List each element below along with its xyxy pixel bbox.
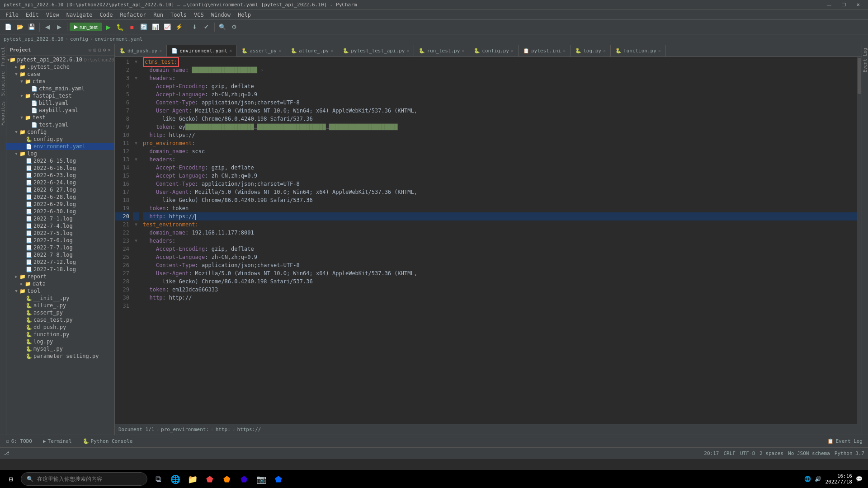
minimize-button[interactable]: — — [823, 0, 835, 9]
close-button[interactable]: ✕ — [852, 0, 864, 9]
app-red[interactable]: ⬟ — [202, 471, 218, 487]
tab-pytest-test-api[interactable]: 🐍 pytest_test_api.py × — [338, 45, 414, 56]
tree-item-log-folder[interactable]: ▼ 📁 log — [6, 150, 114, 157]
structure-tab[interactable]: Structure — [0, 69, 6, 99]
tree-item-log-15[interactable]: 📃2022-7-12.log — [6, 258, 114, 266]
menu-file[interactable]: File — [2, 11, 22, 19]
new-file-button[interactable]: 📄 — [3, 22, 14, 33]
tree-item-tool[interactable]: ▼ 📁 tool — [6, 287, 114, 295]
tree-item-param[interactable]: 🐍parameter_setting.py — [6, 352, 114, 360]
tab-terminal[interactable]: ▶ Terminal — [38, 436, 76, 446]
tree-item-log-2[interactable]: 📃2022-6-16.log — [6, 164, 114, 172]
volume-icon[interactable]: 🔊 — [815, 476, 821, 482]
tree-item-log-9[interactable]: 📃2022-7-1.log — [6, 215, 114, 222]
expand-all-icon[interactable]: ⊞ — [94, 47, 97, 53]
tab-environment-yaml[interactable]: 📄 environment.yaml × — [167, 45, 237, 56]
stop-button[interactable]: ■ — [127, 22, 137, 33]
menu-edit[interactable]: Edit — [22, 11, 42, 19]
tree-item-log-11[interactable]: 📃2022-7-5.log — [6, 230, 114, 237]
menu-vcs[interactable]: VCS — [190, 11, 208, 19]
tab-log-py[interactable]: 🐍 log.py × — [571, 45, 611, 56]
editor-content[interactable]: 1 2 3 4 5 6 7 8 9 10 11 12 13 14 15 16 1… — [115, 57, 862, 424]
menu-help[interactable]: Help — [234, 11, 255, 19]
fold-btn-21[interactable]: ▼ — [133, 221, 139, 229]
tree-item-log-14[interactable]: 📃2022-7-8.log — [6, 251, 114, 258]
tree-item-mysql[interactable]: 🐍mysql_.py — [6, 345, 114, 352]
fold-btn-3[interactable]: ▼ — [133, 74, 139, 82]
breadcrumb-project[interactable]: pytest_api_2022.6.10 — [4, 36, 63, 42]
menu-navigate[interactable]: Navigate — [63, 11, 96, 19]
tab-allure-py[interactable]: 🐍 allure_.py × — [286, 45, 338, 56]
tree-item-log-8[interactable]: 📃2022-6-30.log — [6, 208, 114, 215]
maximize-button[interactable]: ❐ — [837, 0, 850, 9]
breadcrumb-config[interactable]: config — [70, 36, 88, 42]
tab-close-icon[interactable]: × — [658, 48, 661, 53]
app-blue[interactable]: ⬟ — [270, 471, 287, 487]
fold-btn-23[interactable]: ▼ — [133, 237, 139, 245]
tab-pytest-ini[interactable]: 📋 pytest.ini × — [519, 45, 571, 56]
tab-close-icon[interactable]: × — [330, 48, 333, 53]
close-panel-icon[interactable]: ✕ — [108, 47, 111, 53]
schema-indicator[interactable]: No JSON schema — [788, 450, 830, 456]
tree-item-ctms-main[interactable]: 📄 ctms_main.yaml — [6, 85, 114, 92]
tab-close-icon[interactable]: × — [462, 48, 464, 53]
tree-item-allure[interactable]: 🐍allure_.py — [6, 302, 114, 309]
network-icon[interactable]: 🌐 — [804, 476, 811, 482]
explorer-icon[interactable]: 📁 — [184, 471, 201, 487]
tree-item-test[interactable]: ▼ 📁 test — [6, 114, 114, 121]
app-orange[interactable]: ⬟ — [219, 471, 235, 487]
tree-item-log-6[interactable]: 📃2022-6-28.log — [6, 193, 114, 201]
tab-close-icon[interactable]: × — [563, 48, 566, 53]
tab-close-icon[interactable]: × — [511, 48, 514, 53]
bc-http[interactable]: http: — [216, 427, 231, 432]
bc-pro-env[interactable]: pro_environment: — [161, 427, 209, 432]
run-config-button[interactable]: ▶ — [103, 22, 114, 33]
tree-item-init[interactable]: 🐍__init__.py — [6, 295, 114, 302]
settings-icon[interactable]: ⚙ — [103, 47, 106, 53]
browser-icon[interactable]: 🌐 — [167, 471, 184, 487]
tab-function-py[interactable]: 🐍 function.py × — [611, 45, 666, 56]
bc-https[interactable]: https:// — [237, 427, 261, 432]
tree-item-waybill[interactable]: 📄 waybill.yaml — [6, 107, 114, 114]
tree-item-log-7[interactable]: 📃2022-6-29.log — [6, 201, 114, 208]
tab-todo[interactable]: ☑ 6: TODO — [2, 436, 37, 446]
tab-python-console[interactable]: 🐍 Python Console — [78, 436, 137, 446]
menu-window[interactable]: Window — [208, 11, 234, 19]
vcs-commit-button[interactable]: ✔ — [201, 22, 212, 33]
editor-scrollbar[interactable] — [857, 57, 862, 424]
tree-item-report[interactable]: ▶ 📁 report — [6, 273, 114, 280]
favorites-tab[interactable]: Favorites — [0, 99, 6, 128]
event-log-button[interactable]: 📋 Event Log — [824, 438, 866, 444]
project-tab[interactable]: Project — [0, 44, 6, 69]
coverage-button[interactable]: 📊 — [150, 22, 161, 33]
search-everywhere-button[interactable]: 🔍 — [217, 22, 228, 33]
tree-item-function[interactable]: 🐍function.py — [6, 331, 114, 338]
tab-config-py[interactable]: 🐍 config.py × — [469, 45, 519, 56]
settings-button[interactable]: ⚙ — [229, 22, 240, 33]
tab-close-icon[interactable]: × — [406, 48, 409, 53]
tab-dd-push[interactable]: 🐍 dd_push.py × — [115, 45, 167, 56]
tree-item-case-test[interactable]: 🐍case_test.py — [6, 316, 114, 324]
start-button[interactable]: ⊞ — [2, 470, 20, 488]
back-button[interactable]: ◀ — [42, 22, 53, 33]
rerun-button[interactable]: 🔄 — [138, 22, 149, 33]
tab-close-icon[interactable]: × — [603, 48, 606, 53]
encoding-indicator[interactable]: UTF-8 — [740, 450, 755, 456]
profile-button[interactable]: 📈 — [162, 22, 173, 33]
tree-item-log-3[interactable]: 📃2022-6-23.log — [6, 172, 114, 179]
tree-item-bill[interactable]: 📄 bill.yaml — [6, 99, 114, 107]
menu-tools[interactable]: Tools — [167, 11, 190, 19]
notification-icon[interactable]: 💬 — [856, 476, 863, 482]
concurrency-button[interactable]: ⚡ — [174, 22, 184, 33]
tree-item-log-13[interactable]: 📃2022-7-7.log — [6, 244, 114, 251]
tree-item-assert[interactable]: 🐍assert_py — [6, 309, 114, 316]
python-indicator[interactable]: Python 3.7 — [835, 450, 864, 456]
tree-item-pytest-cache[interactable]: ▶ 📁 .pytest_cache — [6, 63, 114, 70]
collapse-all-icon[interactable]: ⊟ — [98, 47, 101, 53]
app-pycharm[interactable]: ⬟ — [236, 471, 252, 487]
tab-close-icon[interactable]: × — [159, 48, 162, 53]
tree-item-environment-yaml[interactable]: 📄 environment.yaml — [6, 143, 114, 150]
tab-assert-py[interactable]: 🐍 assert_py × — [237, 45, 286, 56]
tree-item-config-py[interactable]: 🐍 config.py — [6, 136, 114, 143]
locate-icon[interactable]: ⊙ — [89, 47, 92, 53]
